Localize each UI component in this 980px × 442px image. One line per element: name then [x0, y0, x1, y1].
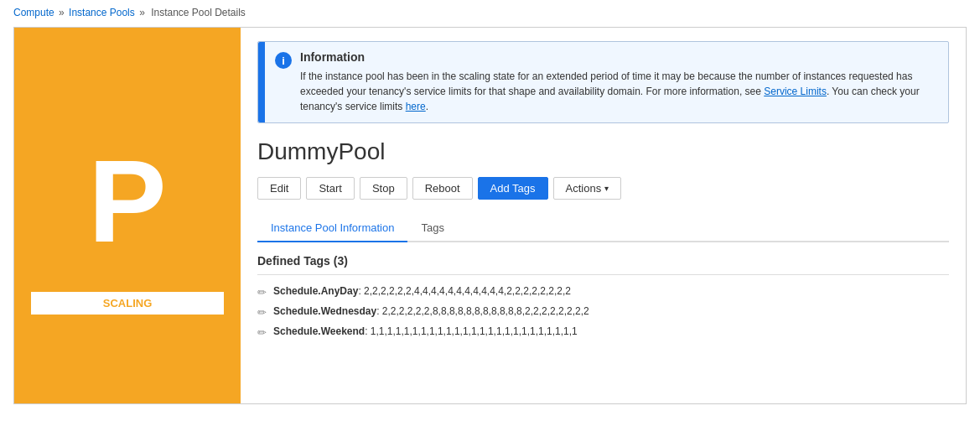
service-limits-link[interactable]: Service Limits: [764, 86, 827, 97]
info-banner-stripe: [258, 42, 265, 122]
actions-label: Actions: [566, 182, 602, 195]
main-content: P SCALING i Information If the instance …: [13, 27, 967, 404]
tag-text-3: Schedule.Weekend: 1,1,1,1,1,1,1,1,1,1,1,…: [273, 325, 578, 337]
tab-content: Defined Tags (3) ✏ Schedule.AnyDay: 2,2,…: [257, 242, 949, 354]
start-button[interactable]: Start: [306, 177, 354, 200]
breadcrumb-compute[interactable]: Compute: [13, 7, 54, 18]
tag-text-2: Schedule.Wednesday: 2,2,2,2,2,2,8,8,8,8,…: [273, 305, 589, 317]
list-item: ✏ Schedule.Wednesday: 2,2,2,2,2,2,8,8,8,…: [257, 302, 949, 322]
pool-icon: P: [52, 117, 203, 285]
defined-tags-header: Defined Tags (3): [257, 254, 949, 275]
tab-tags[interactable]: Tags: [407, 215, 457, 242]
add-tags-button[interactable]: Add Tags: [478, 177, 548, 200]
edit-tag-icon-2[interactable]: ✏: [257, 306, 267, 319]
left-panel: P SCALING: [14, 28, 241, 403]
breadcrumb-instance-pools[interactable]: Instance Pools: [69, 7, 135, 18]
breadcrumb-sep2: »: [139, 7, 148, 18]
pool-name: DummyPool: [257, 138, 949, 165]
breadcrumb-current: Instance Pool Details: [151, 7, 246, 18]
edit-button[interactable]: Edit: [257, 177, 301, 200]
info-banner: i Information If the instance pool has b…: [257, 41, 949, 123]
edit-tag-icon-1[interactable]: ✏: [257, 286, 267, 299]
actions-dropdown-button[interactable]: Actions ▾: [553, 177, 622, 200]
info-text-after: .: [426, 101, 428, 112]
breadcrumb-sep1: »: [59, 7, 67, 18]
reboot-button[interactable]: Reboot: [412, 177, 473, 200]
edit-tag-icon-3[interactable]: ✏: [257, 326, 267, 339]
tab-instance-pool-information[interactable]: Instance Pool Information: [257, 215, 407, 242]
pool-icon-letter: P: [88, 143, 166, 260]
tabs: Instance Pool Information Tags: [257, 215, 949, 242]
info-banner-body: Information If the instance pool has bee…: [295, 42, 948, 122]
here-link[interactable]: here: [406, 101, 426, 112]
info-icon: i: [265, 42, 295, 122]
action-bar: Edit Start Stop Reboot Add Tags Actions …: [257, 177, 949, 200]
info-banner-text: If the instance pool has been in the sca…: [300, 69, 936, 114]
list-item: ✏ Schedule.AnyDay: 2,2,2,2,2,2,4,4,4,4,4…: [257, 282, 949, 302]
tag-list: ✏ Schedule.AnyDay: 2,2,2,2,2,2,4,4,4,4,4…: [257, 282, 949, 342]
dropdown-arrow-icon: ▾: [604, 184, 609, 193]
breadcrumb: Compute » Instance Pools » Instance Pool…: [13, 7, 967, 18]
tag-text-1: Schedule.AnyDay: 2,2,2,2,2,2,4,4,4,4,4,4…: [273, 285, 571, 297]
status-badge: SCALING: [31, 292, 224, 315]
stop-button[interactable]: Stop: [360, 177, 407, 200]
right-panel: i Information If the instance pool has b…: [241, 28, 966, 403]
info-banner-title: Information: [300, 50, 936, 64]
list-item: ✏ Schedule.Weekend: 1,1,1,1,1,1,1,1,1,1,…: [257, 322, 949, 342]
